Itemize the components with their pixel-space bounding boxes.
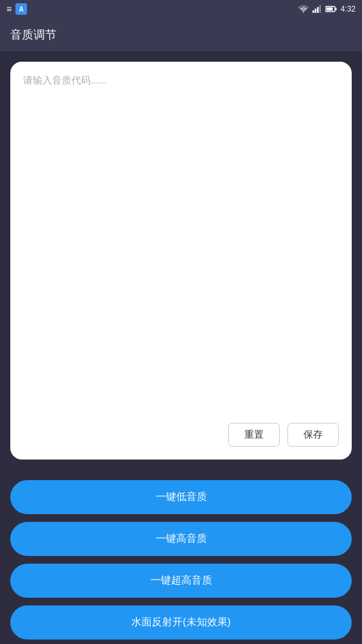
status-time: 4:32 bbox=[341, 4, 356, 13]
bottom-buttons: 一键低音质 一键高音质 一键超高音质 水面反射开(未知效果) bbox=[0, 470, 362, 644]
page-header: 音质调节 bbox=[0, 18, 362, 51]
high-quality-button[interactable]: 一键高音质 bbox=[10, 522, 352, 556]
card-actions: 重置 保存 bbox=[23, 423, 339, 447]
wifi-icon bbox=[298, 5, 309, 13]
battery-icon bbox=[325, 5, 337, 13]
reset-button[interactable]: 重置 bbox=[228, 423, 280, 447]
ultra-quality-button[interactable]: 一键超高音质 bbox=[10, 564, 352, 598]
svg-rect-1 bbox=[314, 9, 316, 13]
low-quality-button[interactable]: 一键低音质 bbox=[10, 480, 352, 514]
status-bar-left: ≡ A bbox=[6, 3, 27, 15]
svg-rect-5 bbox=[326, 8, 332, 11]
svg-rect-3 bbox=[319, 5, 321, 13]
menu-icon: ≡ bbox=[6, 4, 12, 14]
app-icon: A bbox=[15, 3, 27, 15]
main-content: 重置 保存 bbox=[0, 51, 362, 470]
save-button[interactable]: 保存 bbox=[287, 423, 339, 447]
status-bar-right: 4:32 bbox=[298, 4, 356, 13]
code-textarea[interactable] bbox=[23, 75, 339, 415]
svg-rect-0 bbox=[312, 10, 314, 13]
water-reflect-button[interactable]: 水面反射开(未知效果) bbox=[10, 605, 352, 640]
svg-rect-2 bbox=[317, 7, 319, 13]
svg-rect-6 bbox=[335, 8, 336, 10]
status-bar: ≡ A 4:32 bbox=[0, 0, 362, 18]
signal-icon bbox=[312, 5, 321, 13]
code-card: 重置 保存 bbox=[10, 62, 352, 460]
page-title: 音质调节 bbox=[10, 27, 352, 42]
